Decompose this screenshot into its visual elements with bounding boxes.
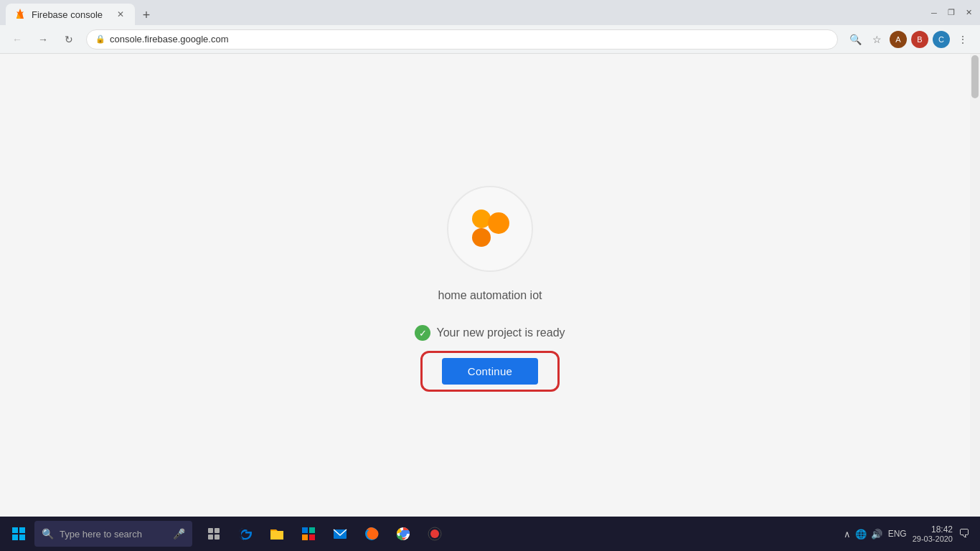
back-icon: ← xyxy=(12,34,22,45)
back-button[interactable]: ← xyxy=(9,31,26,48)
search-button[interactable]: 🔍 xyxy=(847,31,864,48)
record-button[interactable] xyxy=(420,519,449,548)
task-view-icon xyxy=(207,527,221,541)
tab-bar: Firebase console ✕ + xyxy=(6,0,156,25)
store-button[interactable] xyxy=(294,519,323,548)
svg-rect-7 xyxy=(208,528,213,533)
store-icon xyxy=(301,526,316,542)
active-tab[interactable]: Firebase console ✕ xyxy=(6,4,135,25)
window-controls: ─ ❐ ✕ xyxy=(928,7,974,19)
tab-favicon xyxy=(14,9,26,20)
firebase-logo xyxy=(447,186,533,272)
close-button[interactable]: ✕ xyxy=(963,7,974,19)
continue-wrapper: Continue xyxy=(442,358,538,385)
svg-rect-4 xyxy=(19,527,25,533)
star-icon: ☆ xyxy=(872,34,882,45)
firefox-icon xyxy=(364,526,380,542)
kebab-icon: ⋮ xyxy=(958,34,968,45)
taskbar: 🔍 Type here to search 🎤 xyxy=(0,517,980,551)
forward-button[interactable]: → xyxy=(34,31,52,48)
task-view-button[interactable] xyxy=(199,519,228,548)
svg-rect-12 xyxy=(309,527,315,533)
mail-icon xyxy=(332,526,348,542)
taskbar-search-text: Type here to search xyxy=(60,529,142,540)
tab-close-button[interactable]: ✕ xyxy=(115,9,126,20)
search-icon: 🔍 xyxy=(849,34,862,45)
firefox-button[interactable] xyxy=(357,519,386,548)
browser-actions: 🔍 ☆ A B C ⋮ xyxy=(847,31,971,48)
edge-button[interactable] xyxy=(231,519,260,548)
project-name: home automation iot xyxy=(438,289,542,302)
bookmark-button[interactable]: ☆ xyxy=(868,31,885,48)
windows-icon xyxy=(11,527,26,541)
speaker-icon[interactable]: 🔊 xyxy=(871,529,882,540)
tray-time: 18:42 xyxy=(931,524,953,534)
url-text: console.firebase.google.com xyxy=(110,34,229,44)
network-icon[interactable]: 🌐 xyxy=(855,529,867,540)
success-row: ✓ Your new project is ready xyxy=(415,325,565,341)
svg-rect-11 xyxy=(302,527,308,533)
mail-button[interactable] xyxy=(326,519,354,548)
system-tray: ∧ 🌐 🔊 ENG 18:42 29-03-2020 🗨 xyxy=(844,524,976,543)
taskbar-search-icon: 🔍 xyxy=(42,528,54,540)
scroll-thumb[interactable] xyxy=(971,55,979,98)
up-arrow-icon[interactable]: ∧ xyxy=(844,529,851,540)
svg-rect-13 xyxy=(302,534,308,540)
new-tab-button[interactable]: + xyxy=(136,5,156,25)
browser-titlebar: Firebase console ✕ + ─ ❐ ✕ xyxy=(0,0,980,25)
minimize-button[interactable]: ─ xyxy=(928,7,940,19)
profile-avatar-2[interactable]: B xyxy=(911,31,928,48)
taskbar-apps xyxy=(199,519,449,548)
svg-rect-8 xyxy=(215,528,220,533)
continue-button[interactable]: Continue xyxy=(442,358,538,385)
refresh-button[interactable]: ↻ xyxy=(60,31,77,48)
chrome-button[interactable] xyxy=(389,519,418,548)
tray-icons: ∧ 🌐 🔊 xyxy=(844,529,882,540)
tab-title: Firebase console xyxy=(32,9,103,20)
tray-datetime[interactable]: 18:42 29-03-2020 xyxy=(913,524,953,543)
svg-rect-3 xyxy=(12,527,18,533)
folder-icon xyxy=(269,526,285,542)
url-bar[interactable]: 🔒 console.firebase.google.com xyxy=(86,29,838,50)
check-icon: ✓ xyxy=(415,325,430,341)
forward-icon: → xyxy=(38,34,48,45)
svg-point-2 xyxy=(472,228,491,247)
tray-date: 29-03-2020 xyxy=(913,534,953,543)
page-content: home automation iot ✓ Your new project i… xyxy=(0,54,980,517)
menu-button[interactable]: ⋮ xyxy=(954,31,971,48)
file-explorer-button[interactable] xyxy=(263,519,291,548)
start-button[interactable] xyxy=(4,519,33,548)
profile-avatar-3[interactable]: C xyxy=(933,31,950,48)
svg-point-21 xyxy=(430,529,439,538)
address-bar: ← → ↻ 🔒 console.firebase.google.com 🔍 ☆ … xyxy=(0,25,980,54)
svg-rect-9 xyxy=(208,534,213,540)
record-icon xyxy=(427,526,443,542)
svg-rect-10 xyxy=(215,534,220,540)
language-indicator[interactable]: ENG xyxy=(888,529,907,539)
success-text: Your new project is ready xyxy=(436,326,565,339)
profile-avatar[interactable]: A xyxy=(890,31,907,48)
svg-point-1 xyxy=(488,212,509,234)
svg-rect-14 xyxy=(309,534,315,540)
firebase-dots-graphic xyxy=(461,200,519,258)
edge-icon xyxy=(237,526,253,542)
taskbar-search[interactable]: 🔍 Type here to search 🎤 xyxy=(34,521,192,547)
svg-rect-6 xyxy=(19,534,25,540)
lock-icon: 🔒 xyxy=(95,34,105,44)
scroll-track[interactable] xyxy=(970,54,980,517)
notification-button[interactable]: 🗨 xyxy=(958,527,970,540)
svg-rect-5 xyxy=(12,534,18,540)
svg-point-0 xyxy=(472,209,491,228)
svg-point-19 xyxy=(401,532,406,537)
refresh-icon: ↻ xyxy=(65,34,73,45)
restore-button[interactable]: ❐ xyxy=(946,7,957,19)
microphone-icon[interactable]: 🎤 xyxy=(173,528,185,540)
chrome-icon xyxy=(395,526,411,542)
